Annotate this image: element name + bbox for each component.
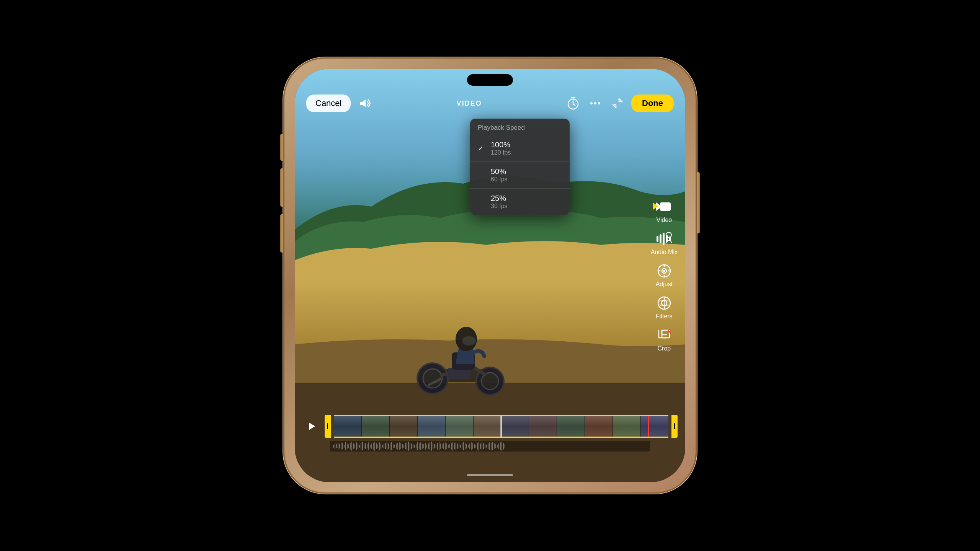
frame-thumb-11 [613, 416, 641, 437]
sidebar-item-video[interactable]: Video [655, 199, 674, 223]
wave-bar [446, 443, 447, 449]
adjust-icon [655, 263, 674, 279]
audio-mix-icon [655, 231, 674, 246]
wave-bar [448, 445, 449, 448]
speed-50-option[interactable]: ✓ 50% 60 fps [470, 161, 570, 188]
wave-bar [492, 442, 493, 450]
wave-bar [345, 442, 346, 450]
wave-bar [385, 443, 386, 449]
wave-bar [335, 443, 335, 449]
wave-bar [397, 443, 398, 450]
wave-bar [474, 444, 475, 448]
wave-bar [434, 444, 435, 448]
cancel-button[interactable]: Cancel [306, 95, 351, 112]
wave-bar [368, 442, 369, 450]
timeline-strip [302, 415, 678, 438]
speed-50-fps: 60 fps [491, 176, 508, 183]
wave-bar [436, 445, 436, 448]
wave-bar [486, 445, 487, 448]
right-sidebar: Video [651, 199, 678, 352]
sidebar-item-adjust[interactable]: Adjust [655, 263, 674, 288]
timeline-left-handle[interactable] [325, 415, 331, 438]
speed-25-percent: 25% [491, 194, 508, 203]
speed-25-fps: 30 fps [491, 203, 508, 210]
wave-bar [442, 444, 443, 448]
wave-bar [466, 444, 467, 448]
wave-bar [428, 443, 429, 449]
wave-bar [396, 443, 397, 449]
wave-bar [342, 443, 343, 449]
wave-bar [336, 444, 337, 448]
wave-bar [377, 444, 378, 448]
wave-bar [408, 442, 409, 451]
wave-bar [498, 443, 499, 449]
playback-speed-dropdown: Playback Speed ✓ 100% 120 fps ✓ 50% 60 f… [470, 119, 570, 215]
wave-bar [376, 443, 377, 449]
wave-bar [361, 443, 361, 450]
svg-rect-16 [660, 202, 671, 211]
more-options-button[interactable] [587, 95, 604, 112]
speed-100-content: 100% 120 fps [491, 140, 511, 156]
wave-bar [373, 443, 374, 450]
clip-marker [648, 416, 649, 437]
play-button[interactable] [302, 417, 322, 436]
audio-mix-label: Audio Mix [651, 249, 678, 256]
speed-100-option[interactable]: ✓ 100% 120 fps [470, 135, 570, 161]
speed-100-percent: 100% [491, 140, 511, 149]
wave-bar [460, 445, 461, 448]
timeline-right-handle[interactable] [671, 415, 678, 438]
svg-point-14 [594, 102, 596, 104]
frame-thumb-6 [474, 416, 501, 437]
wave-bar [341, 442, 341, 450]
speed-50-percent: 50% [491, 167, 508, 176]
wave-bar [358, 443, 358, 449]
wave-bar [362, 442, 363, 450]
timer-button[interactable] [565, 95, 581, 112]
svg-rect-18 [660, 234, 662, 243]
done-button[interactable]: Done [631, 95, 674, 112]
sidebar-item-crop[interactable]: Crop [655, 328, 674, 352]
wave-bar [437, 443, 438, 450]
wave-bar [430, 442, 430, 450]
toolbar-left: Cancel [306, 95, 374, 112]
wave-bar [370, 445, 371, 448]
wave-bar [485, 444, 485, 448]
wave-bar [488, 443, 488, 449]
svg-point-15 [598, 102, 600, 104]
wave-bar [403, 445, 404, 448]
wave-bar [371, 443, 372, 449]
sidebar-item-audio-mix[interactable]: Audio Mix [651, 231, 678, 256]
wave-bar [449, 444, 450, 448]
wave-bar [456, 442, 456, 450]
sidebar-item-filters[interactable]: Filters [655, 295, 674, 320]
top-toolbar: Cancel VIDEO [295, 92, 685, 115]
wave-bar [333, 445, 334, 448]
wave-bar [420, 442, 421, 450]
app-title: VIDEO [457, 99, 482, 108]
svg-point-25 [663, 270, 665, 272]
wave-bar [462, 443, 462, 449]
svg-rect-19 [663, 233, 665, 245]
wave-bar [382, 445, 383, 448]
wave-bar [354, 444, 355, 448]
home-indicator [467, 474, 513, 476]
frame-thumb-10 [585, 416, 613, 437]
frame-thumb-2 [362, 416, 390, 437]
collapse-button[interactable] [609, 95, 626, 112]
wave-bar [411, 443, 412, 449]
speed-25-option[interactable]: ✓ 25% 30 fps [470, 188, 570, 215]
timeline-frames[interactable] [334, 415, 668, 438]
wave-bar [468, 445, 469, 448]
svg-point-13 [590, 102, 593, 104]
frame-thumb-1 [334, 416, 362, 437]
wave-bar [419, 443, 420, 449]
wave-bar [443, 443, 444, 449]
wave-bar [387, 442, 387, 450]
audio-waveform [330, 441, 650, 452]
svg-point-26 [658, 297, 670, 309]
wave-bar [350, 443, 351, 450]
wave-bar [423, 444, 424, 448]
volume-button[interactable] [357, 95, 374, 112]
wave-bar [431, 442, 432, 451]
wave-bar [400, 443, 401, 449]
